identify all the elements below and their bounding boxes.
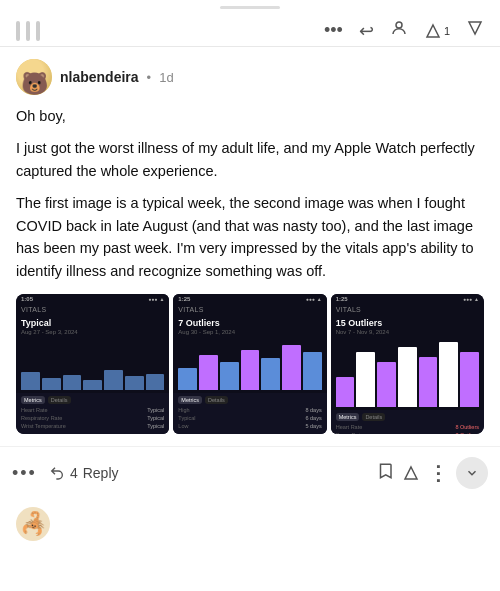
top-bar: ••• ↩ 1 xyxy=(0,11,500,47)
upvote-count: 1 xyxy=(444,25,450,37)
bottom-row: 🦂 xyxy=(0,499,500,551)
upvote-badge[interactable]: 1 xyxy=(424,22,450,40)
author-separator: • xyxy=(147,70,152,85)
bar-segments xyxy=(16,21,40,41)
bar-segment-1 xyxy=(16,21,20,41)
images-row: 1:05 ●●● ▲ Vitals Typical Aug 27 - Sep 3… xyxy=(16,294,484,434)
reply-label: Reply xyxy=(83,465,119,481)
paragraph-3: The first image is a typical week, the s… xyxy=(16,192,484,282)
author-name[interactable]: nlabendeira xyxy=(60,69,139,85)
scroll-indicator xyxy=(220,6,280,9)
bar-segment-3 xyxy=(36,21,40,41)
reply-count: 4 xyxy=(70,465,78,481)
bookmark-icon[interactable] xyxy=(376,462,394,485)
phone2-label: 7 Outliers xyxy=(173,316,326,329)
reply-button[interactable]: 4 Reply xyxy=(49,465,119,481)
phone-image-2: 1:25 ●●● ▲ Vitals 7 Outliers Aug 30 - Se… xyxy=(173,294,326,434)
author-row: 🐻 nlabendeira • 1d xyxy=(16,59,484,95)
paragraph-2: I just got the worst illness of my adult… xyxy=(16,137,484,182)
phone3-sublabel: Nov 7 - Nov 9, 2024 xyxy=(331,329,484,338)
user-icon[interactable] xyxy=(390,19,408,42)
action-bar: ••• 4 Reply ⋮ xyxy=(0,446,500,499)
phone1-chart xyxy=(16,338,169,393)
phone3-chart xyxy=(331,338,484,410)
phone1-sublabel: Aug 27 - Sep 3, 2024 xyxy=(16,329,169,338)
expand-button[interactable] xyxy=(456,457,488,489)
post-area: 🐻 nlabendeira • 1d Oh boy, I just got th… xyxy=(0,47,500,434)
svg-point-0 xyxy=(396,22,402,28)
avatar: 🐻 xyxy=(16,59,52,95)
phone-image-3: 1:25 ●●● ▲ Vitals 15 Outliers Nov 7 - No… xyxy=(331,294,484,434)
phone-image-1: 1:05 ●●● ▲ Vitals Typical Aug 27 - Sep 3… xyxy=(16,294,169,434)
more-options-icon[interactable]: ⋮ xyxy=(428,461,448,485)
downvote-icon[interactable] xyxy=(466,19,484,42)
phone3-label: 15 Outliers xyxy=(331,316,484,329)
back-icon[interactable]: ↩ xyxy=(359,20,374,42)
phone2-sublabel: Aug 30 - Sep 1, 2024 xyxy=(173,329,326,338)
bar-segment-2 xyxy=(26,21,30,41)
more-icon[interactable]: ••• xyxy=(324,20,343,41)
author-time: 1d xyxy=(159,70,173,85)
more-button[interactable]: ••• xyxy=(12,463,37,484)
upvote-button[interactable] xyxy=(402,464,420,482)
bottom-avatar: 🦂 xyxy=(16,507,50,541)
paragraph-1: Oh boy, xyxy=(16,105,484,127)
phone2-chart xyxy=(173,338,326,393)
phone1-label: Typical xyxy=(16,316,169,329)
post-body: Oh boy, I just got the worst illness of … xyxy=(16,105,484,282)
